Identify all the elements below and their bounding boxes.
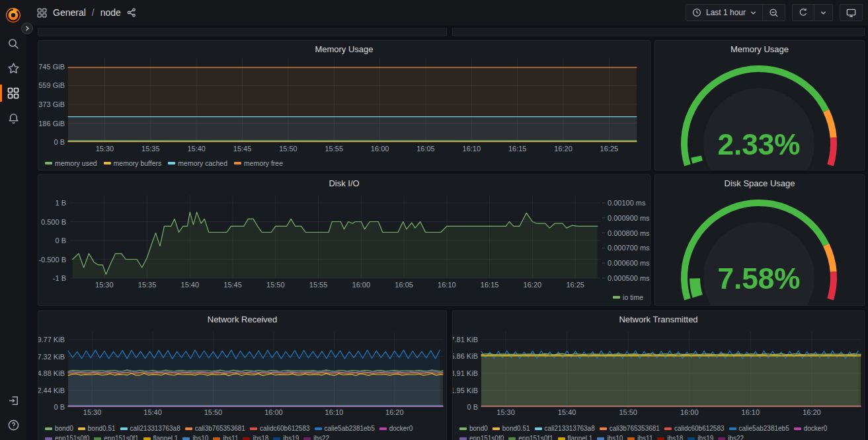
legend-item[interactable]: cali213313763a8 [535,425,595,432]
legend-item[interactable]: cali3b765353681 [600,425,660,432]
legend-label: docker0 [389,425,413,432]
legend-item[interactable]: enp151s0f1 [94,435,138,440]
breadcrumb-section[interactable]: General [53,7,86,18]
svg-text:15:35: 15:35 [138,281,157,289]
breadcrumb-page[interactable]: node [100,7,121,18]
legend-item[interactable]: memory buffers [104,159,162,167]
legend-row: enp151s0f0enp151s0f1flannel.1ibs10ibs11i… [45,433,413,440]
legend-item[interactable]: cali3b765353681 [185,425,245,432]
svg-text:15:40: 15:40 [187,145,206,153]
sidebar-expand-button[interactable] [21,22,33,34]
panel-title-disk-io[interactable]: Disk I/O [38,178,650,188]
legend-item[interactable]: memory free [234,159,283,167]
svg-text:15:30: 15:30 [96,145,114,153]
refresh-button[interactable] [793,5,814,20]
legend-item[interactable]: ibs10 [597,435,623,440]
svg-text:0.000500 ms: 0.000500 ms [608,274,650,282]
legend-label: ibs10 [192,435,208,440]
sidebar-item-dashboards[interactable] [0,82,26,104]
legend-item[interactable]: bond0 [45,425,73,432]
svg-text:15:50: 15:50 [279,145,297,153]
legend-item[interactable]: enp151s0f1 [508,435,553,440]
legend-item[interactable]: ibs11 [627,435,652,440]
legend-item[interactable]: ibs19 [273,435,299,440]
legend-item[interactable]: bond0.51 [78,425,116,432]
legend-label: calie5ab2381eb5 [325,425,375,432]
legend-item[interactable]: ibs19 [688,435,713,440]
legend-item[interactable]: ibs18 [657,435,683,440]
network-received-chart-canvas[interactable]: 15:3015:4015:5016:0016:1016:200 B2.44 Ki… [38,311,446,440]
panel-title-disk-space-usage[interactable]: Disk Space Usage [655,178,864,188]
cycle-view-mode-button[interactable] [840,5,862,20]
legend-item[interactable]: io time [613,293,643,301]
svg-text:16:20: 16:20 [385,408,404,416]
legend-item[interactable]: ibs22 [718,435,744,440]
sidebar-item-starred[interactable] [0,57,26,79]
svg-text:0 B: 0 B [54,403,65,411]
sidebar-item-sign-in[interactable] [0,389,26,412]
time-range-button[interactable]: Last 1 hour [686,5,762,20]
legend-item[interactable]: calidc60b612583 [664,425,725,432]
sidebar-item-help[interactable] [0,414,26,436]
legend-swatch [558,437,565,440]
sign-in-icon [7,394,20,407]
panel-title-memory-usage-gauge[interactable]: Memory Usage [655,44,864,54]
disk-space-usage-gauge[interactable]: 7.58% [655,175,864,305]
legend-item[interactable]: ibs18 [243,435,268,440]
svg-text:7.58%: 7.58% [718,262,801,295]
network-transmitted-chart-canvas[interactable]: 15:3015:4015:5016:0016:1016:200 B1.95 Ki… [453,311,864,440]
legend-label: ibs10 [607,435,623,440]
legend-item[interactable]: docker0 [379,425,413,432]
legend-item[interactable]: enp151s0f0 [459,435,504,440]
legend-item[interactable]: calidc60b612583 [250,425,310,432]
memory-usage-chart-canvas[interactable]: 15:3015:3515:4015:4515:5015:5516:0016:05… [38,41,650,170]
legend-item[interactable]: calie5ab2381eb5 [315,425,375,432]
legend-item[interactable]: memory cached [168,159,227,167]
share-icon[interactable] [127,8,136,17]
memory-usage-gauge[interactable]: 2.33% [655,41,864,170]
legend-label: calie5ab2381eb5 [739,425,789,432]
legend-label: memory buffers [114,159,162,167]
refresh-interval-button[interactable] [814,5,832,20]
legend-item[interactable]: memory used [45,159,97,167]
legend-item[interactable]: ibs11 [213,435,238,440]
sidebar-item-alerting[interactable] [0,107,26,129]
sidebar-item-search[interactable] [0,32,26,55]
legend-swatch [168,162,175,165]
refresh-controls-group [792,4,833,21]
svg-text:16:00: 16:00 [352,281,371,289]
breadcrumb: General / node [37,0,136,25]
legend-item[interactable]: docker0 [794,425,828,432]
partial-panel-above-left[interactable] [38,28,447,36]
legend-label: calidc60b612583 [674,425,725,432]
zoom-out-button[interactable] [762,5,785,20]
partial-panel-above-right[interactable] [452,28,865,36]
legend-item[interactable]: flannel.1 [143,435,178,440]
grafana-logo-icon [5,7,21,23]
legend-swatch [613,296,620,299]
legend-item[interactable]: cali213313763a8 [120,425,180,432]
legend-label: ibs18 [667,435,683,440]
legend-label: ibs22 [313,435,329,440]
panel-title-memory-usage[interactable]: Memory Usage [38,44,650,54]
legend-label: cali213313763a8 [130,425,180,432]
legend-item[interactable]: ibs10 [182,435,208,440]
svg-text:186 GiB: 186 GiB [38,120,65,128]
disk-io-chart-canvas[interactable]: 15:3015:3515:4015:4515:5015:5516:0016:05… [38,175,650,305]
grafana-logo[interactable] [5,7,21,23]
svg-text:15:30: 15:30 [83,408,102,416]
legend-item[interactable]: calie5ab2381eb5 [729,425,789,432]
svg-text:2.44 KiB: 2.44 KiB [38,386,65,394]
legend-item[interactable]: ibs22 [303,435,329,440]
legend-swatch [303,437,311,440]
legend-item[interactable]: enp151s0f0 [45,435,89,440]
svg-text:16:25: 16:25 [566,281,584,289]
panel-title-network-received[interactable]: Network Received [38,314,446,324]
svg-text:0.00100 ms: 0.00100 ms [608,199,646,207]
legend-item[interactable]: bond0.51 [493,425,530,432]
legend-item[interactable]: bond0 [459,425,488,432]
panel-title-network-transmitted[interactable]: Network Transmitted [453,314,864,324]
legend-item[interactable]: flannel.1 [558,435,593,440]
legend-label: calidc60b612583 [260,425,310,432]
legend-label: ibs19 [697,435,713,440]
